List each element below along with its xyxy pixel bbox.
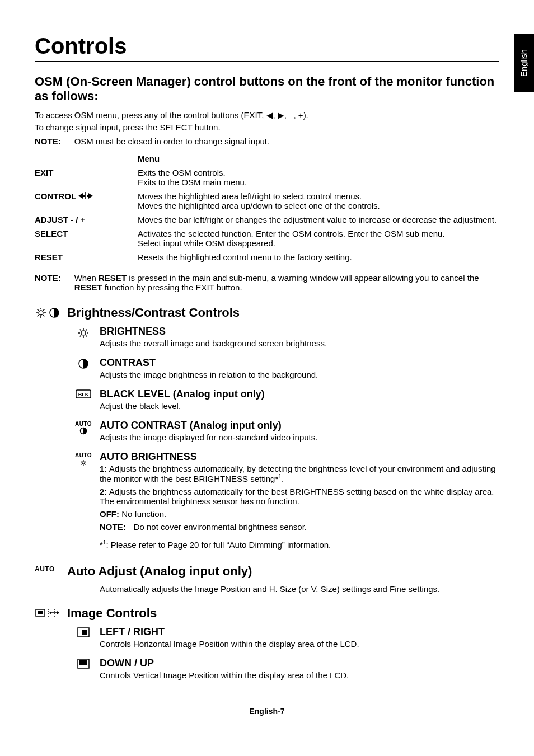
down-up-title: DOWN / UP [100, 658, 499, 669]
control-desc-1: Moves the highlighted area left/right to… [138, 191, 499, 201]
svg-point-13 [81, 331, 86, 335]
black-level-desc: Adjust the black level. [100, 401, 499, 411]
svg-line-9 [43, 315, 44, 316]
section-image-controls: Image Controls LEFT / RIGHT Controls Hor… [35, 606, 499, 685]
note-text: OSM must be closed in order to change si… [74, 137, 270, 146]
item-auto-brightness: AUTO [67, 451, 499, 550]
exit-desc: Exits the OSM controls. Exits to the OSM… [138, 168, 499, 187]
svg-rect-45 [79, 660, 87, 665]
brightness-desc: Adjusts the overall image and background… [100, 339, 499, 348]
intro-line-1: To access OSM menu, press any of the con… [35, 110, 499, 120]
subtitle: OSM (On-Screen Manager) control buttons … [35, 74, 499, 104]
adjust-label: ADJUST - / + [35, 215, 138, 224]
brightness-contrast-icon [35, 307, 60, 319]
page: Controls OSM (On-Screen Manager) control… [0, 0, 534, 708]
svg-marker-39 [49, 611, 51, 614]
title-rule [35, 61, 499, 62]
down-up-icon [77, 659, 90, 669]
control-label-text: CONTROL [35, 191, 78, 201]
page-number: English-7 [0, 707, 534, 716]
section-auto-adjust: AUTO Auto Adjust (Analog input only) Aut… [35, 564, 499, 599]
control-row-select: SELECT Activates the selected function. … [35, 229, 499, 248]
select-desc-1: Activates the selected function. Enter t… [138, 229, 499, 238]
reset-note: NOTE: When RESET is pressed in the main … [35, 273, 499, 292]
section-brightness-contrast: Brightness/Contrast Controls [35, 306, 499, 552]
svg-rect-2 [85, 192, 86, 199]
svg-line-11 [43, 309, 44, 311]
auto-contrast-desc: Adjusts the image displayed for non-stan… [100, 433, 499, 442]
auto-brightness-icon: AUTO [75, 452, 92, 550]
reset-desc: Resets the highlighted control menu to t… [138, 252, 499, 262]
auto-brightness-off: OFF: No function. [100, 509, 499, 519]
reset-note-label: NOTE: [35, 273, 61, 292]
reset-note-body: When RESET is pressed in the main and su… [74, 273, 499, 292]
select-desc-2: Select input while OSM disappeared. [138, 238, 499, 248]
svg-line-32 [85, 464, 85, 464]
item-black-level: BLK BLACK LEVEL (Analog input only) Adju… [67, 388, 499, 414]
auto-contrast-icon: AUTO [75, 421, 92, 445]
brightness-title: BRIGHTNESS [100, 326, 499, 337]
brightness-icon [77, 327, 90, 339]
auto-brightness-2: 2: Adjusts the brightness automatically … [100, 487, 499, 506]
language-tab: English [514, 34, 534, 92]
exit-desc-2: Exits to the OSM main menu. [138, 177, 499, 187]
note-label: NOTE: [35, 137, 61, 146]
svg-line-21 [86, 330, 87, 331]
svg-line-33 [82, 464, 82, 464]
item-contrast: CONTRAST Adjusts the image brightness in… [67, 357, 499, 383]
adjust-desc: Moves the bar left/right or changes the … [138, 215, 499, 224]
control-row-adjust: ADJUST - / + Moves the bar left/right or… [35, 215, 499, 224]
auto-icon: AUTO [35, 564, 67, 599]
select-label: SELECT [35, 229, 138, 248]
item-left-right: LEFT / RIGHT Controls Horizontal Image P… [67, 626, 499, 652]
menu-heading: Menu [138, 154, 499, 163]
auto-brightness-footnote: *1: Please refer to Page 20 for full “Au… [100, 539, 499, 550]
image-controls-title: Image Controls [67, 606, 499, 621]
black-level-title: BLACK LEVEL (Analog input only) [100, 388, 499, 400]
svg-line-20 [80, 335, 81, 336]
svg-marker-1 [87, 193, 93, 199]
black-level-icon: BLK [76, 389, 91, 398]
language-tab-label: English [519, 49, 529, 76]
svg-marker-40 [57, 611, 59, 614]
contrast-icon [78, 358, 89, 369]
svg-line-31 [82, 461, 82, 462]
item-down-up: DOWN / UP Controls Vertical Image Positi… [67, 658, 499, 683]
page-title: Controls [35, 34, 499, 59]
control-label: CONTROL [35, 191, 138, 210]
left-right-title: LEFT / RIGHT [100, 626, 499, 638]
svg-line-34 [85, 461, 85, 462]
item-auto-contrast: AUTO AUTO CONTRAST (Analog input only) A… [67, 420, 499, 445]
svg-line-10 [38, 315, 39, 316]
svg-line-8 [38, 309, 39, 311]
svg-line-18 [80, 330, 81, 331]
control-row-reset: RESET Resets the highlighted control men… [35, 252, 499, 262]
note-input-change: NOTE: OSM must be closed in order to cha… [35, 137, 499, 146]
section-bc-icon [35, 306, 67, 552]
auto-brightness-title: AUTO BRIGHTNESS [100, 451, 499, 463]
exit-desc-1: Exits the OSM controls. [138, 168, 499, 177]
image-controls-icon [35, 606, 67, 685]
bc-title: Brightness/Contrast Controls [67, 306, 499, 320]
svg-point-26 [82, 462, 85, 464]
exit-label: EXIT [35, 168, 138, 187]
left-right-icon [77, 627, 90, 637]
auto-adjust-title: Auto Adjust (Analog input only) [67, 564, 499, 579]
svg-rect-43 [82, 630, 87, 635]
auto-brightness-1: 1: Adjusts the brightness automatically,… [100, 464, 499, 483]
intro-line-2: To change signal input, press the SELECT… [35, 123, 499, 132]
svg-rect-36 [38, 611, 43, 614]
arrows-icon [78, 191, 93, 201]
auto-adjust-desc: Automatically adjusts the Image Position… [100, 584, 499, 594]
control-desc: Moves the highlighted area left/right to… [138, 191, 499, 210]
down-up-desc: Controls Vertical Image Position within … [100, 670, 499, 680]
left-right-desc: Controls Horizontal Image Position withi… [100, 639, 499, 649]
svg-point-3 [39, 311, 43, 315]
auto-brightness-note: NOTE: Do not cover environmental brightn… [100, 522, 499, 532]
control-row-exit: EXIT Exits the OSM controls. Exits to th… [35, 168, 499, 187]
svg-text:BLK: BLK [78, 392, 89, 397]
svg-marker-0 [78, 193, 85, 199]
contrast-title: CONTRAST [100, 357, 499, 369]
contrast-desc: Adjusts the image brightness in relation… [100, 370, 499, 379]
item-brightness: BRIGHTNESS Adjusts the overall image and… [67, 326, 499, 351]
